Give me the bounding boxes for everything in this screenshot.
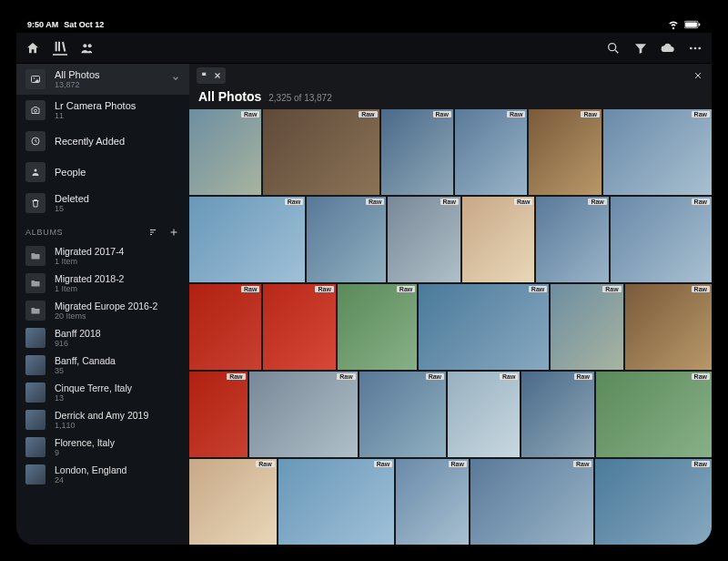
- sidebar-item-count: 11: [55, 111, 180, 120]
- close-filter-icon[interactable]: [692, 69, 704, 82]
- photo-thumbnail[interactable]: Raw: [388, 197, 460, 282]
- sidebar-item-people[interactable]: People: [16, 157, 189, 188]
- photo-thumbnail[interactable]: Raw: [529, 109, 601, 195]
- photo-thumbnail[interactable]: Raw: [338, 284, 417, 370]
- photo-thumbnail[interactable]: Raw: [249, 372, 358, 457]
- sidebar-item-lr-camera[interactable]: Lr Camera Photos 11: [16, 95, 189, 126]
- photo-thumbnail[interactable]: Raw: [189, 459, 277, 545]
- sort-icon[interactable]: [147, 226, 160, 239]
- photo-thumbnail[interactable]: Raw: [307, 197, 386, 282]
- raw-badge: Raw: [692, 461, 710, 467]
- library-icon[interactable]: [53, 41, 67, 56]
- main-panel: All Photos 2,325 of 13,872 RawRawRawRawR…: [189, 64, 712, 545]
- svg-point-6: [690, 46, 693, 49]
- photo-grid[interactable]: RawRawRawRawRawRawRawRawRawRawRawRawRawR…: [189, 109, 712, 545]
- photo-thumbnail[interactable]: Raw: [595, 459, 712, 545]
- photo-thumbnail[interactable]: Raw: [419, 284, 549, 370]
- photo-thumbnail[interactable]: Raw: [359, 372, 446, 457]
- albums-header: ALBUMS: [16, 219, 189, 242]
- raw-badge: Raw: [374, 461, 392, 467]
- filter-bar: [189, 64, 712, 87]
- album-title: Cinque Terre, Italy: [55, 382, 180, 393]
- raw-badge: Raw: [285, 199, 303, 205]
- album-item[interactable]: Derrick and Amy 20191,110: [16, 406, 189, 434]
- more-icon[interactable]: [688, 41, 703, 56]
- photo-thumbnail[interactable]: Raw: [189, 372, 248, 457]
- sidebar-item-count: 15: [55, 204, 180, 213]
- album-count: 13: [55, 393, 180, 403]
- folder-icon: [25, 301, 46, 321]
- album-count: 1 Item: [55, 284, 180, 293]
- album-thumbnail: [25, 410, 46, 430]
- status-date: Sat Oct 12: [64, 20, 104, 29]
- cloud-icon[interactable]: [661, 41, 675, 56]
- photo-thumbnail[interactable]: Raw: [189, 284, 261, 370]
- sidebar-item-recent[interactable]: Recently Added: [16, 126, 189, 157]
- photo-thumbnail[interactable]: Raw: [455, 109, 527, 195]
- album-item[interactable]: Banff 2018916: [16, 324, 189, 352]
- photo-thumbnail[interactable]: Raw: [396, 459, 469, 545]
- photo-thumbnail[interactable]: Raw: [521, 372, 593, 457]
- svg-point-7: [694, 46, 697, 49]
- photo-thumbnail[interactable]: Raw: [611, 197, 712, 282]
- filter-chip-flag[interactable]: [197, 67, 226, 84]
- image-icon: [25, 69, 46, 89]
- photo-thumbnail[interactable]: Raw: [189, 109, 261, 195]
- album-title: Florence, Italy: [55, 437, 180, 448]
- raw-badge: Raw: [514, 199, 532, 205]
- photo-thumbnail[interactable]: Raw: [603, 109, 712, 195]
- album-count: 1,110: [55, 421, 180, 430]
- raw-badge: Raw: [397, 286, 415, 292]
- album-title: Migrated 2017-4: [55, 246, 180, 257]
- album-count: 35: [55, 366, 180, 375]
- shared-icon[interactable]: [80, 41, 95, 56]
- album-title: Banff, Canada: [55, 355, 180, 366]
- album-item[interactable]: London, England24: [16, 461, 189, 488]
- wifi-icon: [668, 19, 679, 30]
- album-count: 1 Item: [55, 257, 180, 266]
- album-item[interactable]: Banff, Canada35: [16, 352, 189, 379]
- photo-thumbnail[interactable]: Raw: [263, 109, 379, 195]
- photo-thumbnail[interactable]: Raw: [462, 197, 534, 282]
- album-thumbnail: [25, 328, 46, 348]
- album-item[interactable]: Migrated 2017-41 Item: [16, 242, 189, 270]
- photo-thumbnail[interactable]: Raw: [278, 459, 395, 545]
- photo-thumbnail[interactable]: Raw: [625, 284, 712, 370]
- album-count: 9: [55, 448, 180, 457]
- photo-thumbnail[interactable]: Raw: [536, 197, 608, 282]
- sidebar-item-all-photos[interactable]: All Photos 13,872: [16, 64, 189, 95]
- sidebar-item-label: All Photos: [55, 69, 162, 80]
- raw-badge: Raw: [426, 373, 444, 380]
- photo-thumbnail[interactable]: Raw: [470, 459, 594, 545]
- photo-thumbnail[interactable]: Raw: [551, 284, 622, 370]
- photo-thumbnail[interactable]: Raw: [263, 284, 335, 370]
- sidebar-item-label: Lr Camera Photos: [55, 100, 180, 111]
- raw-badge: Raw: [692, 199, 710, 205]
- filter-icon[interactable]: [633, 41, 648, 56]
- folder-icon: [25, 246, 46, 266]
- photo-thumbnail[interactable]: Raw: [189, 197, 305, 282]
- album-item[interactable]: Cinque Terre, Italy13: [16, 379, 189, 406]
- raw-badge: Raw: [581, 111, 599, 117]
- album-item[interactable]: Migrated 2018-21 Item: [16, 270, 189, 297]
- add-icon[interactable]: [167, 226, 180, 239]
- search-icon[interactable]: [606, 41, 621, 56]
- raw-badge: Raw: [241, 286, 259, 292]
- battery-icon: [684, 20, 701, 29]
- album-item[interactable]: Florence, Italy9: [16, 434, 189, 461]
- photo-thumbnail[interactable]: Raw: [381, 109, 453, 195]
- svg-point-10: [34, 77, 35, 79]
- raw-badge: Raw: [337, 373, 355, 380]
- home-icon[interactable]: [25, 41, 40, 56]
- photo-thumbnail[interactable]: Raw: [596, 372, 712, 457]
- raw-badge: Raw: [241, 111, 259, 117]
- raw-badge: Raw: [315, 286, 333, 292]
- sidebar-item-label: Recently Added: [55, 136, 180, 147]
- svg-point-4: [88, 44, 92, 47]
- photo-thumbnail[interactable]: Raw: [448, 372, 520, 457]
- svg-point-8: [698, 46, 701, 49]
- sidebar-item-deleted[interactable]: Deleted 15: [16, 188, 189, 219]
- albums-header-label: ALBUMS: [25, 228, 63, 237]
- album-thumbnail: [25, 437, 46, 457]
- album-item[interactable]: Migrated Europe 2016-220 Items: [16, 297, 189, 324]
